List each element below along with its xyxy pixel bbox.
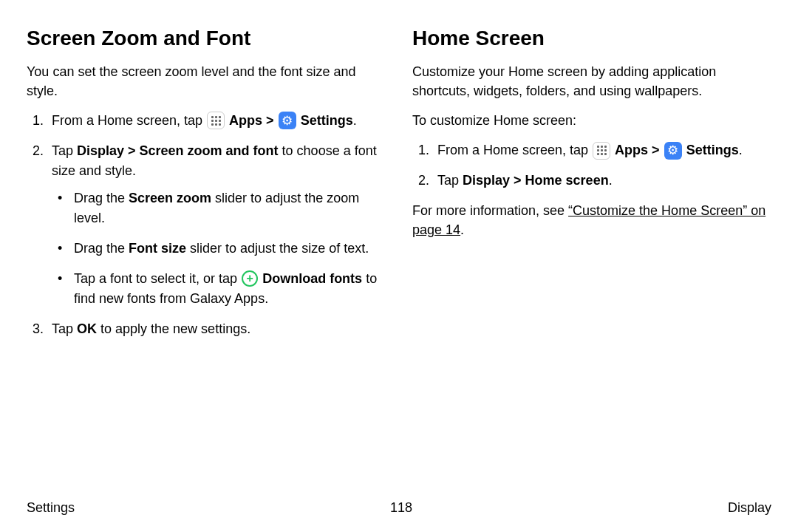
text: OK	[77, 321, 97, 336]
text: .	[460, 222, 464, 237]
text: .	[353, 113, 357, 128]
heading-screen-zoom-font: Screen Zoom and Font	[27, 27, 386, 50]
step-2-right: Tap Display > Home screen.	[412, 171, 771, 191]
text: Screen zoom	[129, 191, 211, 205]
sub-bullets: Drag the Screen zoom slider to adjust th…	[52, 188, 386, 309]
page-footer: Settings 118 Display	[27, 500, 771, 516]
settings-icon: ⚙	[664, 142, 682, 160]
text: Drag the	[74, 241, 129, 256]
more-info-text: For more information, see “Customize the…	[412, 201, 771, 239]
apps-icon	[593, 142, 610, 160]
text: .	[609, 173, 613, 188]
text: Display	[77, 143, 124, 158]
text: Display	[463, 173, 510, 188]
bullet-screen-zoom: Drag the Screen zoom slider to adjust th…	[52, 188, 386, 228]
chevron: >	[266, 113, 274, 128]
chevron: >	[652, 143, 660, 157]
page-body: Screen Zoom and Font You can set the scr…	[0, 0, 798, 349]
text: Tap	[52, 321, 77, 336]
text: .	[739, 143, 743, 157]
footer-left: Settings	[27, 500, 75, 516]
footer-page-number: 118	[390, 500, 412, 516]
steps-list-left: From a Home screen, tap Apps > ⚙ Setting…	[27, 111, 386, 339]
bullet-download-fonts: Tap a font to select it, or tap + Downlo…	[52, 269, 386, 309]
settings-label: Settings	[686, 143, 739, 157]
plus-icon: +	[242, 270, 258, 287]
text: Font size	[129, 241, 186, 256]
text: Tap	[52, 143, 77, 158]
text: >	[124, 143, 140, 158]
text: For more information, see	[412, 203, 568, 218]
bullet-font-size: Drag the Font size slider to adjust the …	[52, 239, 386, 259]
text: Download fonts	[262, 271, 362, 286]
text: >	[510, 173, 525, 188]
text: to apply the new settings.	[97, 321, 250, 336]
step-1-left: From a Home screen, tap Apps > ⚙ Setting…	[27, 111, 386, 131]
text: Tap	[437, 173, 463, 188]
intro-text: You can set the screen zoom level and th…	[27, 62, 386, 100]
text: From a Home screen, tap	[52, 113, 206, 128]
footer-right: Display	[728, 500, 771, 516]
right-column: Home Screen Customize your Home screen b…	[412, 27, 771, 349]
text: Home screen	[525, 173, 609, 188]
left-column: Screen Zoom and Font You can set the scr…	[27, 27, 386, 349]
text: slider to adjust the size of text.	[186, 241, 369, 256]
settings-label: Settings	[301, 113, 353, 128]
apps-label: Apps	[229, 113, 262, 128]
text: Tap a font to select it, or tap	[74, 271, 241, 286]
step-1-right: From a Home screen, tap Apps > ⚙ Setting…	[412, 140, 771, 160]
step-2-left: Tap Display > Screen zoom and font to ch…	[27, 141, 386, 309]
intro-text-right: Customize your Home screen by adding app…	[412, 62, 771, 100]
steps-list-right: From a Home screen, tap Apps > ⚙ Setting…	[412, 140, 771, 191]
heading-home-screen: Home Screen	[412, 27, 771, 50]
apps-icon	[207, 112, 225, 129]
text: Screen zoom and font	[140, 143, 279, 158]
to-customize-text: To customize Home screen:	[412, 111, 771, 130]
text: Drag the	[74, 191, 129, 205]
apps-label: Apps	[615, 143, 648, 157]
settings-icon: ⚙	[279, 112, 296, 129]
step-3-left: Tap OK to apply the new settings.	[27, 319, 386, 339]
text: From a Home screen, tap	[437, 143, 592, 157]
